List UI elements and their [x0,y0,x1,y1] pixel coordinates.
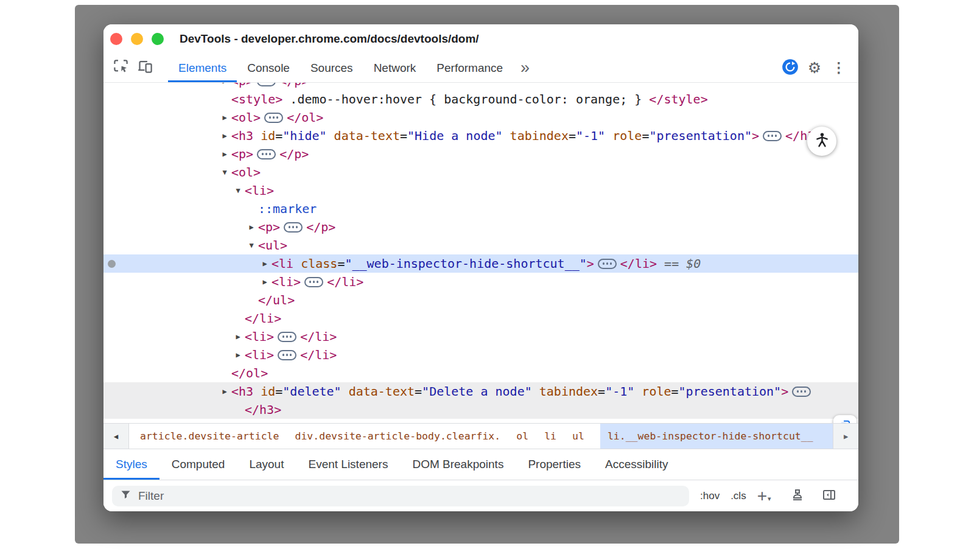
close-button[interactable] [110,33,122,45]
sidebar-tab-computed[interactable]: Computed [159,449,237,480]
ellipsis-expand-button[interactable] [792,387,811,397]
expand-arrow-icon[interactable]: ▶ [218,150,231,158]
inspect-element-button[interactable] [108,57,133,80]
tree-row[interactable]: ▶<li></li> [103,346,858,364]
zoom-button[interactable] [152,33,164,45]
collapse-arrow-icon[interactable]: ▼ [218,168,231,177]
tree-row[interactable]: ::marker [103,200,858,218]
expand-arrow-icon[interactable]: ▶ [218,131,231,140]
sidebar-tab-event-listeners[interactable]: Event Listeners [296,449,400,480]
tree-row[interactable]: </ul> [103,291,858,309]
attr-value: "presentation" [649,128,752,143]
new-style-rule-button[interactable]: + ▾ [757,489,771,503]
code-tag: </ol> [231,366,268,380]
tree-row[interactable]: ▶<h3 id="hide" data-text="Hide a node" t… [103,127,858,145]
tab-network[interactable]: Network [363,54,427,82]
scroll-into-view-button[interactable] [833,415,857,423]
tree-row[interactable]: </li> [103,309,858,327]
sidebar-tab-properties[interactable]: Properties [516,449,593,480]
attr-name: role [605,128,642,143]
ellipsis-expand-button[interactable] [257,149,276,159]
sync-button[interactable] [778,57,802,80]
expand-arrow-icon[interactable]: ▶ [218,113,231,122]
attr-name: id [253,384,275,399]
tree-row[interactable]: ▶<li></li> [103,273,858,291]
tree-row[interactable]: ▶<p></p> [103,145,858,163]
ellipsis-expand-button[interactable] [257,423,276,424]
ellipsis-expand-button[interactable] [763,131,782,141]
expand-arrow-icon[interactable]: ▶ [245,223,258,231]
chevron-left-icon: ◀ [114,432,118,441]
code-tag: <h3 [231,384,253,399]
breadcrumb-item[interactable]: li [544,424,556,449]
ellipsis-expand-button[interactable] [264,113,283,123]
attr-name: class [293,256,337,271]
styles-filter-input[interactable]: Filter [112,486,689,506]
collapse-arrow-icon[interactable]: ▼ [231,186,245,195]
ellipsis-expand-button[interactable] [257,83,276,86]
collapse-arrow-icon[interactable]: ▼ [245,241,258,250]
tab-console[interactable]: Console [237,54,300,82]
device-toolbar-button[interactable] [133,57,157,80]
sidebar-tab-styles[interactable]: Styles [103,449,159,480]
expand-arrow-icon[interactable]: ▶ [258,259,272,268]
ellipsis-expand-button[interactable] [304,277,323,287]
equals-sign: = [337,256,345,271]
attr-name: data-text [327,128,400,143]
styles-toolbar: Filter :hov .cls + ▾ [103,480,858,511]
breadcrumb-item[interactable]: div.devsite-article-body.clearfix. [295,424,500,449]
tree-row[interactable]: ▶<h3 id="delete" data-text="Delete a nod… [103,382,858,401]
tree-row[interactable]: </ol> [103,364,858,382]
tree-row[interactable]: ▼<li> [103,181,858,200]
expand-arrow-icon[interactable]: ▶ [231,351,245,359]
tree-row[interactable]: ▼<ol> [103,163,858,181]
toggle-sidebar-button[interactable] [819,486,839,506]
tab-sources[interactable]: Sources [300,54,363,82]
ellipsis-expand-button[interactable] [278,332,296,342]
tree-row[interactable]: ▶<li></li> [103,327,858,346]
expand-arrow-icon[interactable]: ▶ [258,278,272,286]
attr-value: "-1" [605,384,634,399]
element-classes-button[interactable]: .cls [730,490,746,502]
breadcrumb-item[interactable]: article.devsite-article [140,424,279,449]
code-tag: > [781,384,788,399]
code-tag: </ol> [287,110,323,125]
ellipsis-expand-button[interactable] [278,350,296,360]
expand-arrow-icon[interactable]: ▶ [218,83,231,85]
sidebar-tab-layout[interactable]: Layout [237,449,296,480]
pseudo-element: ::marker [258,201,317,216]
more-tabs-button[interactable]: » [517,60,533,76]
ellipsis-expand-button[interactable] [598,259,617,269]
toggle-element-state-button[interactable]: :hov [700,490,720,502]
dock-sidebar-icon [822,488,836,505]
tree-row[interactable]: </h3> [103,401,858,419]
ellipsis-expand-button[interactable] [284,222,303,233]
code-tag: <style> [231,92,282,107]
tree-row[interactable]: ▶<p></p> [103,419,858,423]
expand-arrow-icon[interactable]: ▶ [218,387,231,396]
tree-row[interactable]: ▼<ul> [103,236,858,254]
settings-button[interactable]: ⚙ [802,57,827,80]
expand-arrow-icon[interactable]: ▶ [231,332,245,341]
breadcrumb-scroll-left-button[interactable]: ◀ [103,424,129,449]
sidebar-tab-dom-breakpoints[interactable]: DOM Breakpoints [400,449,516,480]
tree-row[interactable]: ▶<ol></ol> [103,108,858,127]
rendering-emulations-button[interactable] [787,486,808,506]
minimize-button[interactable] [131,33,143,45]
tab-elements[interactable]: Elements [168,54,237,82]
breadcrumb-item[interactable]: ul [572,424,584,449]
sidebar-tab-accessibility[interactable]: Accessibility [593,449,680,480]
main-menu-button[interactable]: ⋮ [827,57,851,80]
tree-row[interactable]: ▶<p></p> [103,218,858,236]
tree-row[interactable]: ▶<p></p> [103,83,858,90]
tree-row[interactable]: ▶<li class="__web-inspector-hide-shortcu… [103,254,858,273]
breadcrumb-item[interactable]: li.__web-inspector-hide-shortcut__ [600,424,833,449]
tab-performance[interactable]: Performance [426,54,513,82]
breadcrumb-scroll-right-button[interactable]: ▶ [833,424,858,449]
tree-row[interactable]: <style> .demo--hover:hover { background-… [103,90,858,108]
inspect-cursor-icon [113,58,129,77]
device-toolbar-icon [137,58,153,77]
breadcrumb-item[interactable]: ol [516,424,528,449]
accessibility-overlay-button[interactable] [807,127,836,156]
caret-down-icon: ▾ [768,495,771,503]
